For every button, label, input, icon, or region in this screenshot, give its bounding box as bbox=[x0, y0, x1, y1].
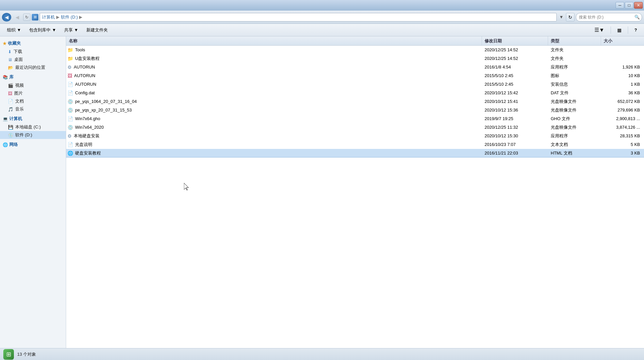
table-row[interactable]: 💿 pe_yqs_1064_20_07_31_16_04 2020/10/12 … bbox=[66, 97, 644, 106]
table-row[interactable]: 📄 Win7x64.gho 2019/9/7 19:25 GHO 文件 2,90… bbox=[66, 114, 644, 123]
refresh-button[interactable]: ↻ bbox=[23, 14, 30, 21]
file-name: AUTORUN bbox=[74, 73, 95, 78]
file-name-cell: 📄 光盘说明 bbox=[66, 142, 482, 148]
table-row[interactable]: 📄 光盘说明 2016/10/23 7:07 文本文档 5 KB bbox=[66, 140, 644, 149]
file-icon: 💿 bbox=[67, 108, 73, 113]
file-size: 36 KB bbox=[601, 90, 644, 95]
breadcrumb-sep1: ▶ bbox=[56, 15, 60, 20]
forward-button[interactable]: ◀ bbox=[13, 13, 22, 22]
new-folder-button[interactable]: 新建文件夹 bbox=[83, 25, 111, 35]
share-button[interactable]: 共享 ▼ bbox=[61, 25, 82, 35]
sidebar-item-recent[interactable]: 📂 最近访问的位置 bbox=[0, 64, 66, 71]
downloads-icon: ⬇ bbox=[8, 49, 12, 54]
sidebar-section-favorites: ★ 收藏夹 ⬇ 下载 🖥 桌面 📂 最近访问的位置 bbox=[0, 39, 66, 71]
file-icon: ⚙ bbox=[67, 65, 72, 70]
table-row[interactable]: ⚙ 本地硬盘安装 2020/10/12 15:30 应用程序 28,315 KB bbox=[66, 132, 644, 140]
file-size: 1,926 KB bbox=[601, 65, 644, 69]
table-row[interactable]: 💿 Win7x64_2020 2020/12/25 11:32 光盘映像文件 3… bbox=[66, 123, 644, 132]
file-name: Win7x64_2020 bbox=[75, 125, 104, 130]
file-name-cell: ⚙ AUTORUN bbox=[66, 65, 482, 70]
search-button[interactable]: 🔍 bbox=[632, 13, 642, 22]
organize-button[interactable]: 组织 ▼ bbox=[3, 25, 25, 35]
file-type: 文本文档 bbox=[548, 142, 601, 148]
col-type[interactable]: 类型 bbox=[548, 36, 601, 45]
sidebar-section-library: 📚 库 🎬 视频 🖼 图片 📄 文档 🎵 音乐 bbox=[0, 73, 66, 113]
computer-icon: 💻 bbox=[3, 116, 8, 121]
table-row[interactable]: 📁 Tools 2020/12/25 14:52 文件夹 bbox=[66, 46, 644, 54]
table-row[interactable]: 🌐 硬盘安装教程 2016/11/21 22:03 HTML 文档 3 KB bbox=[66, 149, 644, 158]
table-row[interactable]: 📄 AUTORUN 2015/5/10 2:45 安装信息 1 KB bbox=[66, 80, 644, 89]
table-row[interactable]: 📄 Config.dat 2020/10/12 15:42 DAT 文件 36 … bbox=[66, 89, 644, 97]
file-name: 硬盘安装教程 bbox=[75, 150, 101, 156]
toolbar-separator2 bbox=[628, 26, 628, 34]
file-name: AUTORUN bbox=[74, 65, 95, 69]
file-name-cell: 📁 Tools bbox=[66, 47, 482, 53]
file-icon: 💿 bbox=[67, 125, 73, 130]
col-name[interactable]: 名称 bbox=[66, 36, 482, 45]
sidebar-item-downloads[interactable]: ⬇ 下载 bbox=[0, 48, 66, 56]
desktop-icon: 🖥 bbox=[8, 57, 12, 62]
file-type: 应用程序 bbox=[548, 64, 601, 70]
main-container: ★ 收藏夹 ⬇ 下载 🖥 桌面 📂 最近访问的位置 📚 库 � bbox=[0, 36, 644, 348]
minimize-button[interactable]: ─ bbox=[616, 2, 624, 9]
toolbar: 组织 ▼ 包含到库中 ▼ 共享 ▼ 新建文件夹 ☰▼ ▦ ? bbox=[0, 24, 644, 36]
file-icon: 📄 bbox=[67, 90, 73, 96]
file-type: 应用程序 bbox=[548, 133, 601, 139]
sidebar-section-computer: 💻 计算机 💾 本地磁盘 (C:) 💿 软件 (D:) bbox=[0, 114, 66, 139]
file-name-cell: 🖼 AUTORUN bbox=[66, 73, 482, 78]
file-size: 2,900,813 ... bbox=[601, 116, 644, 121]
document-label: 文档 bbox=[15, 98, 24, 104]
video-icon: 🎬 bbox=[8, 83, 13, 88]
col-size[interactable]: 大小 bbox=[601, 36, 644, 45]
sidebar-item-document[interactable]: 📄 文档 bbox=[0, 97, 66, 105]
organize-label: 组织 bbox=[7, 27, 16, 33]
file-name: AUTORUN bbox=[75, 82, 96, 87]
back-button[interactable]: ◀ bbox=[2, 13, 11, 22]
sidebar-item-image[interactable]: 🖼 图片 bbox=[0, 89, 66, 97]
close-button[interactable]: ✕ bbox=[634, 2, 643, 9]
help-button[interactable]: ? bbox=[631, 25, 641, 35]
file-date: 2016/10/23 7:07 bbox=[482, 142, 548, 147]
breadcrumb-sep2: ▶ bbox=[79, 15, 82, 20]
file-date: 2015/5/10 2:45 bbox=[482, 73, 548, 78]
file-icon: ⚙ bbox=[67, 133, 72, 139]
address-folder-icon: ⊞ bbox=[32, 14, 38, 21]
file-icon: 📁 bbox=[67, 56, 73, 61]
sidebar-item-drive-d[interactable]: 💿 软件 (D:) bbox=[0, 131, 66, 139]
new-folder-label: 新建文件夹 bbox=[86, 27, 108, 33]
sidebar-item-drive-c[interactable]: 💾 本地磁盘 (C:) bbox=[0, 123, 66, 131]
include-arrow: ▼ bbox=[52, 27, 56, 32]
file-name-cell: 📄 Config.dat bbox=[66, 90, 482, 96]
sidebar-item-desktop[interactable]: 🖥 桌面 bbox=[0, 56, 66, 64]
sidebar-library-header[interactable]: 📚 库 bbox=[0, 73, 66, 81]
file-type: 光盘映像文件 bbox=[548, 99, 601, 105]
col-date[interactable]: 修改日期 bbox=[482, 36, 548, 45]
file-date: 2016/11/21 22:03 bbox=[482, 151, 548, 156]
breadcrumb-drive[interactable]: 软件 (D:) bbox=[61, 14, 78, 20]
include-library-button[interactable]: 包含到库中 ▼ bbox=[25, 25, 60, 35]
address-dropdown-button[interactable]: ▼ bbox=[558, 13, 565, 22]
sidebar-computer-header[interactable]: 💻 计算机 bbox=[0, 114, 66, 123]
sidebar: ★ 收藏夹 ⬇ 下载 🖥 桌面 📂 最近访问的位置 📚 库 � bbox=[0, 36, 66, 348]
statusbar: ⊞ 13 个对象 bbox=[0, 348, 644, 360]
sidebar-item-video[interactable]: 🎬 视频 bbox=[0, 81, 66, 89]
search-input[interactable] bbox=[576, 15, 632, 20]
table-row[interactable]: 📁 U盘安装教程 2020/12/25 14:52 文件夹 bbox=[66, 54, 644, 63]
breadcrumb-computer[interactable]: 计算机 bbox=[42, 14, 55, 20]
file-name: Win7x64.gho bbox=[75, 116, 100, 121]
sidebar-item-music[interactable]: 🎵 音乐 bbox=[0, 105, 66, 113]
document-icon: 📄 bbox=[8, 99, 13, 104]
drive-c-icon: 💾 bbox=[8, 125, 13, 130]
table-row[interactable]: 💿 pe_yqs_xp_20_07_31_15_53 2020/10/12 15… bbox=[66, 106, 644, 114]
sidebar-favorites-header[interactable]: ★ 收藏夹 bbox=[0, 39, 66, 48]
address-refresh-button[interactable]: ↻ bbox=[566, 13, 575, 22]
computer-label: 计算机 bbox=[9, 116, 22, 122]
maximize-button[interactable]: □ bbox=[625, 2, 633, 9]
table-row[interactable]: ⚙ AUTORUN 2016/1/8 4:54 应用程序 1,926 KB bbox=[66, 63, 644, 71]
sidebar-network-header[interactable]: 🌐 网络 bbox=[0, 140, 66, 149]
table-row[interactable]: 🖼 AUTORUN 2015/5/10 2:45 图标 10 KB bbox=[66, 71, 644, 80]
preview-button[interactable]: ▦ bbox=[614, 25, 625, 35]
view-button[interactable]: ☰▼ bbox=[591, 25, 608, 35]
file-type: 图标 bbox=[548, 73, 601, 79]
file-name-cell: ⚙ 本地硬盘安装 bbox=[66, 133, 482, 139]
